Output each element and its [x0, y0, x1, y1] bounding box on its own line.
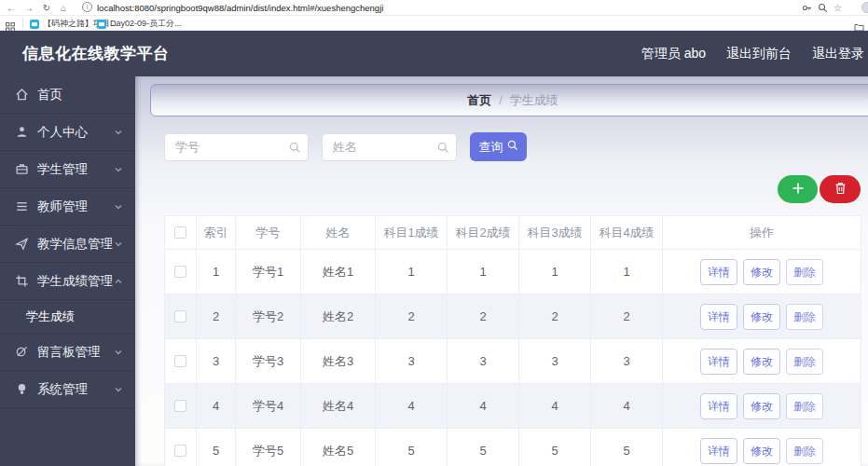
browser-reload-icon[interactable]: ↻	[40, 1, 53, 15]
bookmark-star-icon[interactable]: ☆	[834, 3, 842, 13]
student-no-input[interactable]	[164, 133, 309, 161]
sidebar-item[interactable]: 留言板管理	[0, 334, 135, 371]
chevron-down-icon	[113, 348, 124, 357]
detail-button[interactable]: 详情	[700, 393, 737, 419]
modify-button[interactable]: 修改	[743, 438, 780, 464]
column-header: 学号	[236, 216, 301, 250]
detail-button[interactable]: 详情	[700, 259, 737, 285]
batch-delete-button[interactable]	[820, 175, 861, 203]
sidebar-item[interactable]: 学生成绩管理	[0, 263, 135, 300]
modify-button[interactable]: 修改	[743, 304, 780, 330]
row-checkbox[interactable]	[174, 355, 186, 367]
table-header-row: 索引学号姓名科目1成绩科目2成绩科目3成绩科目4成绩操作	[165, 216, 861, 250]
add-button[interactable]	[778, 175, 818, 203]
exit-to-front-link[interactable]: 退出到前台	[726, 46, 792, 62]
search-row: 查询	[164, 132, 861, 161]
actions-cell: 详情修改删除	[663, 295, 861, 339]
site-info-icon[interactable]: i	[82, 2, 92, 12]
actions-cell: 详情修改删除	[663, 339, 861, 384]
table-cell: 4	[376, 384, 448, 429]
delete-button[interactable]: 删除	[786, 259, 823, 285]
query-button[interactable]: 查询	[470, 132, 527, 161]
browser-profile-avatar[interactable]	[861, 2, 868, 13]
sidebar-item[interactable]: 教师管理	[0, 188, 135, 226]
table-cell: 3	[591, 339, 663, 384]
briefcase-icon	[14, 162, 29, 177]
table-cell: 学号1	[236, 250, 301, 295]
password-key-icon[interactable]	[802, 3, 812, 13]
admin-user-link[interactable]: 管理员 abo	[641, 46, 706, 62]
chevron-down-icon	[113, 240, 124, 249]
table-cell: 4	[591, 384, 663, 429]
table-cell: 1	[591, 250, 663, 295]
actions-cell: 详情修改删除	[663, 250, 861, 295]
detail-button[interactable]: 详情	[700, 304, 737, 330]
table-cell: 3	[197, 339, 236, 384]
table-cell: 姓名2	[301, 295, 376, 339]
delete-button[interactable]: 删除	[786, 304, 823, 330]
table-cell: 3	[376, 339, 448, 384]
bulb-icon	[14, 382, 29, 397]
browser-forward-icon[interactable]: →	[22, 1, 35, 15]
row-checkbox[interactable]	[174, 310, 186, 322]
breadcrumb-home-link[interactable]: 首页	[467, 92, 491, 109]
sidebar-subitem-label: 学生成绩	[26, 308, 135, 325]
table-cell: 3	[448, 339, 519, 384]
browser-home-icon[interactable]: ⌂	[57, 1, 70, 15]
breadcrumb: 首页 / 学生成绩	[150, 84, 868, 116]
actions-cell: 详情修改删除	[663, 384, 861, 429]
column-header: 科目3成绩	[519, 216, 591, 250]
table-cell: 4	[197, 384, 236, 429]
logout-link[interactable]: 退出登录	[812, 46, 864, 62]
sidebar-item[interactable]: 个人中心	[0, 114, 135, 151]
modify-button[interactable]: 修改	[743, 393, 780, 419]
scores-table: 索引学号姓名科目1成绩科目2成绩科目3成绩科目4成绩操作 1学号1姓名11111…	[164, 215, 861, 466]
sidebar-item[interactable]: 系统管理	[0, 371, 135, 408]
chevron-down-icon	[113, 165, 124, 174]
url-text[interactable]: localhost:8080/springboot9qw88/admin/dis…	[97, 3, 383, 13]
sidebar-item-label: 首页	[37, 87, 124, 103]
row-checkbox[interactable]	[174, 400, 186, 412]
sidebar-subitem[interactable]: 学生成绩	[0, 300, 135, 334]
divider	[22, 18, 23, 28]
sidebar-item[interactable]: 首页	[0, 76, 135, 114]
breadcrumb-current: 学生成绩	[510, 92, 558, 109]
table-cell: 4	[448, 384, 519, 429]
bookmark-label: Day02-09-员工分...	[110, 18, 182, 30]
detail-button[interactable]: 详情	[700, 438, 737, 464]
sidebar-item[interactable]: 学生管理	[0, 151, 135, 188]
user-icon	[14, 125, 29, 140]
modify-button[interactable]: 修改	[743, 259, 780, 285]
sidebar-item-label: 教学信息管理	[37, 236, 113, 253]
sidebar-menu: 首页个人中心学生管理教师管理教学信息管理学生成绩管理学生成绩留言板管理系统管理	[0, 76, 135, 466]
browser-back-icon[interactable]: ←	[5, 1, 18, 15]
table-cell: 5	[519, 429, 591, 466]
select-all-checkbox[interactable]	[174, 226, 186, 239]
sidebar-item-label: 教师管理	[37, 199, 113, 215]
sidebar-item-label: 个人中心	[37, 124, 113, 141]
chevron-down-icon	[113, 202, 124, 212]
modify-button[interactable]: 修改	[743, 349, 780, 375]
bookmark-item[interactable]: Day02-09-员工分...	[97, 18, 182, 30]
delete-button[interactable]: 删除	[786, 349, 823, 375]
row-checkbox[interactable]	[174, 445, 186, 457]
delete-button[interactable]: 删除	[786, 438, 823, 464]
trash-icon	[834, 182, 847, 198]
list-icon	[14, 199, 29, 214]
table-cell: 3	[519, 339, 591, 384]
browser-address-bar: ← → ↻ ⌂ i localhost:8080/springboot9qw88…	[0, 0, 868, 16]
delete-button[interactable]: 删除	[786, 393, 823, 419]
table-cell: 学号3	[236, 339, 301, 384]
row-checkbox[interactable]	[174, 266, 186, 278]
chevron-down-icon	[113, 385, 124, 394]
sidebar-item-label: 学生成绩管理	[37, 273, 113, 290]
table-cell: 姓名1	[301, 250, 376, 295]
table-row: 1学号1姓名11111详情修改删除	[165, 250, 861, 295]
table-cell: 1	[376, 250, 448, 295]
detail-button[interactable]: 详情	[700, 349, 737, 375]
sidebar-item[interactable]: 教学信息管理	[0, 226, 135, 263]
column-header: 科目1成绩	[376, 216, 448, 250]
zoom-icon[interactable]	[818, 3, 828, 13]
bookmark-favicon	[30, 20, 39, 29]
app-header: 信息化在线教学平台 管理员 abo 退出到前台 退出登录	[0, 31, 868, 76]
